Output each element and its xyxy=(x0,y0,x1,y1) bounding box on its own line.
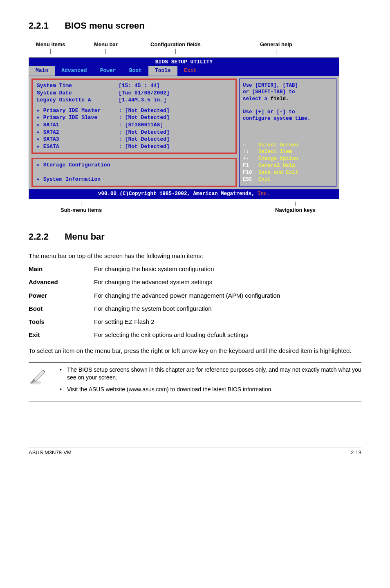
label-nav-keys: Navigation keys xyxy=(275,207,316,213)
select-item-text: To select an item on the menu bar, press… xyxy=(29,347,361,355)
bios-menu-bar: Main Advanced Power Boot Tools Exit xyxy=(29,65,339,76)
bios-nav-keys: ↔Select Screen ↑↓Select Item +-Change Op… xyxy=(243,142,333,183)
def-term: Power xyxy=(29,292,94,300)
note-box: The BIOS setup screens shown in this cha… xyxy=(29,362,361,402)
section-heading-222: 2.2.2 Menu bar xyxy=(29,231,361,243)
def-term: Tools xyxy=(29,318,94,326)
bios-panel-bottom: ▸ Storage Configuration ▸ System Informa… xyxy=(31,158,237,187)
label-submenu-items: Sub-menu items xyxy=(61,207,102,213)
def-desc: For selecting the exit options and loadi… xyxy=(94,331,361,339)
bios-help-panel: Use [ENTER], [TAB] or [SHIFT-TAB] to sel… xyxy=(239,79,336,187)
bios-tab-tools[interactable]: Tools xyxy=(148,66,177,76)
menu-definitions-table: Main For changing the basic system confi… xyxy=(29,265,361,339)
def-term: Advanced xyxy=(29,278,94,286)
def-desc: For changing the system boot configurati… xyxy=(94,305,361,313)
section-number-222: 2.2.2 xyxy=(29,231,62,243)
note-list: The BIOS setup screens shown in this cha… xyxy=(58,366,361,397)
label-menu-bar: Menu bar xyxy=(94,41,118,47)
def-desc: For changing the advanced system setting… xyxy=(94,278,361,286)
def-desc: For setting EZ Flash 2 xyxy=(94,318,361,326)
def-desc: For changing the basic system configurat… xyxy=(94,265,361,273)
menu-bar-description: The menu bar on top of the screen has th… xyxy=(29,252,361,260)
bios-tab-exit[interactable]: Exit xyxy=(177,66,203,76)
section-title-222: Menu bar xyxy=(65,231,105,242)
bios-footer: v00.00 (C)Copyright 1985-2002, American … xyxy=(29,189,339,199)
label-general-help: General help xyxy=(260,41,292,47)
label-menu-items: Menu items xyxy=(36,41,65,47)
note-item: The BIOS setup screens shown in this cha… xyxy=(58,366,361,382)
section-title-221: BIOS menu screen xyxy=(65,20,145,31)
def-term: Exit xyxy=(29,331,94,339)
bottom-labels: Sub-menu items Navigation keys xyxy=(29,202,339,214)
bios-header: BIOS SETUP UTILITY xyxy=(155,59,213,65)
def-term: Main xyxy=(29,265,94,273)
top-labels-row: Menu items Menu bar Configuration fields… xyxy=(29,41,361,56)
bios-tab-main[interactable]: Main xyxy=(29,66,55,76)
def-term: Boot xyxy=(29,305,94,313)
footer-product: ASUS M3N78-VM xyxy=(29,449,72,456)
bios-tab-advanced[interactable]: Advanced xyxy=(55,66,93,76)
note-item: Visit the ASUS website (www.asus.com) to… xyxy=(58,386,361,393)
bios-panel-top: System Time[15: 45 : 44] System Date[Tue… xyxy=(31,79,237,154)
section-number-221: 2.2.1 xyxy=(29,20,62,32)
bios-tab-power[interactable]: Power xyxy=(94,66,123,76)
bios-tab-boot[interactable]: Boot xyxy=(123,66,148,76)
bios-screen: BIOS SETUP UTILITY Main Advanced Power B… xyxy=(29,57,339,199)
footer-page-number: 2-13 xyxy=(351,449,361,456)
page-footer: ASUS M3N78-VM 2-13 xyxy=(29,447,361,456)
pencil-note-icon xyxy=(29,366,48,388)
def-desc: For changing the advanced power manageme… xyxy=(94,292,361,300)
label-config-fields: Configuration fields xyxy=(150,41,201,47)
section-heading-221: 2.2.1 BIOS menu screen xyxy=(29,20,361,32)
